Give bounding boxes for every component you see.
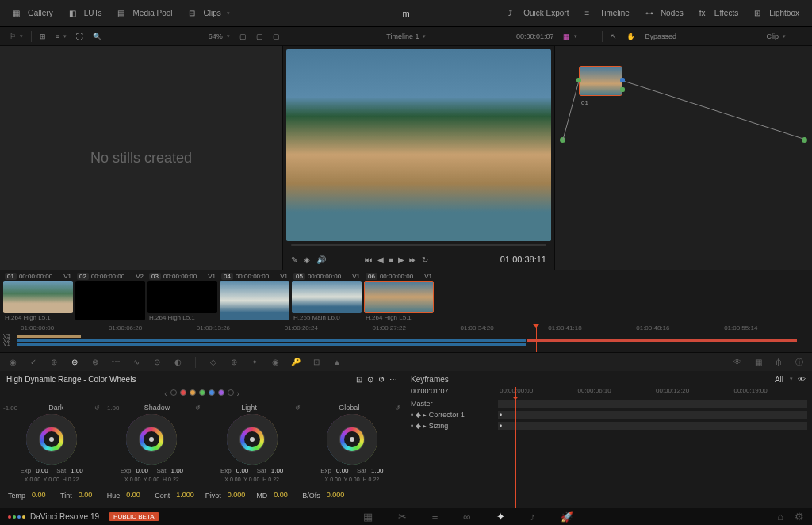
node-alpha-handle[interactable] xyxy=(620,87,625,92)
sizing-icon[interactable]: ⊡ xyxy=(310,356,323,369)
clip-thumbnail[interactable]: 0200:00:00:00V2 xyxy=(75,272,145,322)
zone-dot[interactable] xyxy=(199,389,205,396)
correction-node[interactable]: 01 xyxy=(579,66,622,96)
tab-nodes[interactable]: ⊶Nodes xyxy=(639,6,690,21)
temp-value[interactable]: 0.00 xyxy=(29,490,52,500)
tint-value[interactable]: 0.00 xyxy=(75,490,99,500)
blur-icon[interactable]: ◉ xyxy=(269,356,282,369)
motion-icon[interactable]: 〰 xyxy=(109,356,122,369)
color-match-icon[interactable]: ✓ xyxy=(27,356,40,369)
curves-icon[interactable]: ∿ xyxy=(130,356,143,369)
page-media[interactable]: ▦ xyxy=(363,511,373,523)
3d-icon[interactable]: ▲ xyxy=(331,356,343,369)
md-value[interactable]: 0.00 xyxy=(270,490,294,500)
layers-icon[interactable]: ◈ xyxy=(304,255,310,264)
audio-icon[interactable]: 🔊 xyxy=(316,255,326,264)
clip-thumbnail[interactable]: 0100:00:00:00V1 H.264 High L5.1 xyxy=(3,272,73,322)
zone-dot[interactable] xyxy=(180,389,186,396)
view-more[interactable]: ⋯ xyxy=(285,31,301,42)
hue-value[interactable]: 0.00 xyxy=(123,490,147,500)
tab-lightbox[interactable]: ⊞Lightbox xyxy=(748,6,806,21)
picker-icon[interactable]: ✎ xyxy=(291,255,297,264)
play-button[interactable]: ▶ xyxy=(398,255,404,264)
mini-timeline[interactable]: 01:00:00:0001:00:06:2801:00:13:2601:00:2… xyxy=(0,324,812,352)
kf-eye-icon[interactable]: 👁 xyxy=(798,375,806,384)
magic-mask-icon[interactable]: ✦ xyxy=(248,356,261,369)
pointer-tool[interactable]: ↖ xyxy=(607,31,621,42)
target-icon[interactable]: ⊙ xyxy=(367,375,373,384)
list-button[interactable]: ≡▾ xyxy=(52,31,71,42)
color-wheel[interactable] xyxy=(327,414,377,465)
color-wheel[interactable] xyxy=(26,414,77,465)
view-mode-2[interactable]: ▢ xyxy=(252,31,267,42)
rgb-mixer-icon[interactable]: ⊗ xyxy=(89,356,102,369)
clip-thumbnail[interactable]: 0400:00:00:00V1 xyxy=(220,272,289,322)
viewer-more[interactable]: ⋯ xyxy=(583,31,598,42)
page-edit[interactable]: ≡ xyxy=(432,511,439,523)
reset-icon[interactable]: ↺ xyxy=(195,404,201,412)
flag-button[interactable]: ⚐▾ xyxy=(6,31,27,42)
tracking-icon[interactable]: ⊕ xyxy=(228,356,240,369)
keyframes-all[interactable]: All xyxy=(775,375,783,384)
node-output-handle[interactable] xyxy=(620,78,625,82)
first-frame-button[interactable]: ⏮ xyxy=(365,255,373,264)
bypass-toggle[interactable]: Bypassed xyxy=(641,31,680,42)
tab-gallery[interactable]: ▦Gallery xyxy=(6,6,59,21)
more-icon[interactable]: ⋯ xyxy=(389,375,397,384)
cont-value[interactable]: 1.000 xyxy=(173,490,197,500)
pivot-value[interactable]: 0.000 xyxy=(224,490,249,500)
zone-dot[interactable] xyxy=(209,389,215,396)
tab-luts[interactable]: ◧LUTs xyxy=(63,6,109,21)
home-button[interactable]: ⌂ xyxy=(777,511,783,523)
zone-dot[interactable] xyxy=(228,389,234,396)
keyframe-row[interactable]: Master xyxy=(404,398,812,409)
node-input-dot[interactable] xyxy=(560,137,565,143)
page-deliver[interactable]: 🚀 xyxy=(561,511,573,523)
color-wheel[interactable] xyxy=(227,414,278,465)
clip-thumbnail[interactable]: 0600:00:00:00V1 H.264 High L5.1 xyxy=(364,272,434,322)
clip-thumbnail[interactable]: 0500:00:00:00V1 H.265 Main L6.0 xyxy=(292,272,362,322)
waveform-icon[interactable]: ⫛ xyxy=(772,356,785,369)
hand-tool[interactable]: ✋ xyxy=(622,31,639,42)
keyframes-playhead[interactable] xyxy=(515,387,516,508)
hdr-icon[interactable]: ⊛ xyxy=(68,356,81,369)
timecode-display[interactable]: 00:00:01:07 xyxy=(512,31,558,42)
key-icon[interactable]: 🔑 xyxy=(289,356,302,369)
camera-raw-icon[interactable]: ◉ xyxy=(6,356,19,369)
tab-clips[interactable]: ⊟Clips▾ xyxy=(182,6,236,21)
clip-dropdown[interactable]: Clip▾ xyxy=(762,31,790,42)
step-back-button[interactable]: ◀ xyxy=(377,255,384,264)
reset-icon[interactable]: ↺ xyxy=(94,404,100,412)
zone-dot[interactable] xyxy=(170,389,177,396)
page-cut[interactable]: ✂ xyxy=(398,511,407,523)
grid-button[interactable]: ⊞ xyxy=(36,31,50,42)
tab-media-pool[interactable]: ▤Media Pool xyxy=(111,6,178,21)
loop-button[interactable]: ↻ xyxy=(422,255,428,264)
more-button[interactable]: ⋯ xyxy=(107,31,122,42)
timeline-playhead[interactable] xyxy=(536,324,537,352)
reset-icon[interactable]: ↺ xyxy=(295,404,301,412)
clip-thumbnail[interactable]: 0300:00:00:00V1 H.264 High L5.1 xyxy=(147,272,217,322)
timeline-dropdown[interactable]: Timeline 1▾ xyxy=(382,31,430,42)
search-button[interactable]: 🔍 xyxy=(89,31,105,42)
keyframe-row[interactable]: • ◆ ▸ Corrector 1• xyxy=(404,409,812,420)
zone-dot[interactable] xyxy=(190,389,196,396)
info-icon[interactable]: ⓘ xyxy=(793,356,806,369)
node-graph[interactable]: 01 xyxy=(555,46,812,252)
tab-timeline[interactable]: ≡Timeline xyxy=(578,6,635,21)
expand-icon[interactable]: ⊡ xyxy=(356,375,362,384)
reset-icon[interactable]: ↺ xyxy=(378,375,385,384)
qualifier-icon[interactable]: ◐ xyxy=(171,356,184,369)
zone-next[interactable]: › xyxy=(237,389,239,398)
node-output-dot[interactable] xyxy=(802,137,807,143)
viewer-image[interactable] xyxy=(286,49,551,241)
scopes-toggle-icon[interactable]: 👁 xyxy=(731,356,744,369)
last-frame-button[interactable]: ⏭ xyxy=(409,255,417,264)
zone-dot[interactable] xyxy=(218,389,224,396)
gallery-toggle-icon[interactable]: ▦ xyxy=(752,356,764,369)
keyframe-row[interactable]: • ◆ ▸ Sizing• xyxy=(404,420,812,431)
tab-quick-export[interactable]: ⤴Quick Export xyxy=(502,6,575,21)
wheels-icon[interactable]: ⊕ xyxy=(48,356,60,369)
warper-icon[interactable]: ⊙ xyxy=(151,356,163,369)
color-wheel[interactable] xyxy=(126,414,177,465)
